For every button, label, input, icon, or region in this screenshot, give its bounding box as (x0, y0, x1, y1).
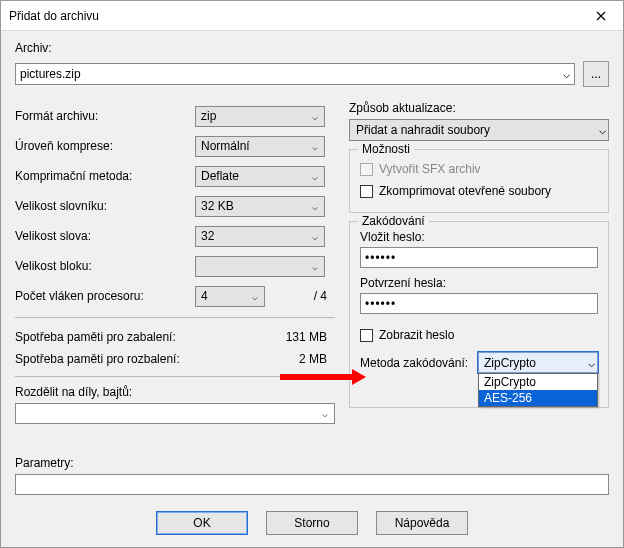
level-label: Úroveň komprese: (15, 139, 195, 153)
update-label: Způsob aktualizace: (349, 101, 609, 115)
password-input[interactable]: •••••• (360, 247, 598, 268)
chevron-down-icon: ⌵ (599, 123, 606, 137)
confirm-label: Potvrzení hesla: (360, 276, 598, 290)
confirm-input[interactable]: •••••• (360, 293, 598, 314)
chevron-down-icon: ⌵ (248, 291, 262, 302)
left-column: Formát archivu: zip⌵ Úroveň komprese: No… (15, 101, 335, 424)
encryption-group: Zakódování Vložit heslo: •••••• Potvrzen… (349, 221, 609, 408)
threads-max: / 4 (314, 289, 335, 303)
enc-option-zipcrypto[interactable]: ZipCrypto (479, 374, 597, 390)
right-column: Způsob aktualizace: Přidat a nahradit so… (349, 101, 609, 424)
threads-select[interactable]: 4⌵ (195, 286, 265, 307)
button-bar: OK Storno Nápověda (1, 511, 623, 535)
browse-button[interactable]: ... (583, 61, 609, 87)
close-icon (596, 11, 606, 21)
word-select[interactable]: 32⌵ (195, 226, 325, 247)
mem-unpack-label: Spotřeba paměti pro rozbalení: (15, 352, 180, 366)
cancel-button[interactable]: Storno (266, 511, 358, 535)
chevron-down-icon: ⌵ (308, 111, 322, 122)
ok-button[interactable]: OK (156, 511, 248, 535)
options-group: Možnosti Vytvořit SFX archiv Zkomprimova… (349, 149, 609, 213)
sfx-checkbox: Vytvořit SFX archiv (360, 158, 598, 180)
block-select[interactable]: ⌵ (195, 256, 325, 277)
close-button[interactable] (578, 1, 623, 31)
block-label: Velikost bloku: (15, 259, 195, 273)
chevron-down-icon: ⌵ (308, 141, 322, 152)
show-password-checkbox[interactable]: Zobrazit heslo (360, 324, 598, 346)
dialog-window: Přidat do archivu Archiv: pictures.zip ⌵… (0, 0, 624, 548)
chevron-down-icon: ⌵ (318, 408, 332, 419)
mem-unpack-value: 2 MB (299, 352, 335, 366)
content-area: Archiv: pictures.zip ⌵ ... Formát archiv… (1, 31, 623, 547)
archive-combobox[interactable]: pictures.zip ⌵ (15, 63, 575, 85)
dict-label: Velikost slovníku: (15, 199, 195, 213)
window-title: Přidat do archivu (9, 9, 99, 23)
mem-pack-value: 131 MB (286, 330, 335, 344)
enc-method-label: Metoda zakódování: (360, 356, 478, 370)
split-combobox[interactable]: ⌵ (15, 403, 335, 424)
method-select[interactable]: Deflate⌵ (195, 166, 325, 187)
browse-label: ... (591, 67, 601, 81)
chevron-down-icon: ⌵ (588, 356, 595, 370)
chevron-down-icon: ⌵ (308, 171, 322, 182)
enc-method-select[interactable]: ZipCrypto⌵ (478, 352, 598, 373)
chevron-down-icon: ⌵ (308, 201, 322, 212)
titlebar: Přidat do archivu (1, 1, 623, 31)
enc-option-aes256[interactable]: AES-256 (479, 390, 597, 406)
format-label: Formát archivu: (15, 109, 195, 123)
encryption-title: Zakódování (358, 214, 429, 228)
method-label: Komprimační metoda: (15, 169, 195, 183)
format-select[interactable]: zip⌵ (195, 106, 325, 127)
params-label: Parametry: (15, 456, 609, 470)
update-select[interactable]: Přidat a nahradit soubory⌵ (349, 119, 609, 141)
checkbox-icon (360, 329, 373, 342)
chevron-down-icon: ⌵ (563, 67, 570, 81)
word-label: Velikost slova: (15, 229, 195, 243)
options-title: Možnosti (358, 142, 414, 156)
dict-select[interactable]: 32 KB⌵ (195, 196, 325, 217)
checkbox-icon (360, 163, 373, 176)
compress-open-checkbox[interactable]: Zkomprimovat otevřené soubory (360, 180, 598, 202)
params-input[interactable] (15, 474, 609, 495)
checkbox-icon (360, 185, 373, 198)
help-button[interactable]: Nápověda (376, 511, 468, 535)
archive-label: Archiv: (15, 41, 609, 55)
archive-value: pictures.zip (20, 67, 81, 81)
threads-label: Počet vláken procesoru: (15, 289, 195, 303)
split-label: Rozdělit na díly, bajtů: (15, 385, 335, 399)
chevron-down-icon: ⌵ (308, 261, 322, 272)
enc-method-dropdown[interactable]: ZipCrypto AES-256 (478, 373, 598, 407)
password-label: Vložit heslo: (360, 230, 598, 244)
level-select[interactable]: Normální⌵ (195, 136, 325, 157)
chevron-down-icon: ⌵ (308, 231, 322, 242)
mem-pack-label: Spotřeba paměti pro zabalení: (15, 330, 176, 344)
